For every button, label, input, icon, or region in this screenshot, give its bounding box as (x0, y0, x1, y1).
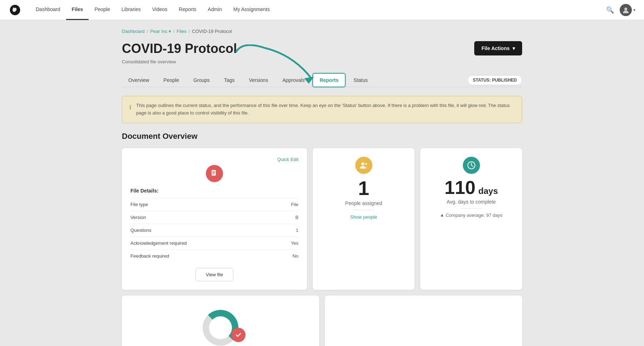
tabs-row: Overview People Groups Tags Versions App… (122, 73, 522, 87)
search-icon: 🔍 (606, 6, 614, 14)
nav-libraries[interactable]: Libraries (116, 0, 147, 20)
file-detail-type-label: File type (130, 202, 148, 207)
breadcrumb-sep-2: / (173, 29, 175, 34)
nav-reports[interactable]: Reports (173, 0, 202, 20)
days-label: Avg. days to complete (429, 199, 514, 205)
svg-point-10 (365, 163, 367, 165)
file-detail-questions-val: 1 (296, 228, 298, 233)
page-title-group: COVID-19 Protocol (122, 41, 237, 56)
file-detail-version-val: B (295, 215, 298, 220)
breadcrumb-sep-1: / (147, 29, 148, 34)
status-badge[interactable]: STATUS: PUBLISHED (467, 75, 522, 85)
completion-chart-card (122, 296, 319, 346)
quick-edit-link[interactable]: Quick Edit (277, 157, 298, 162)
people-icon (355, 157, 372, 174)
people-assigned-label: People assigned (321, 200, 406, 206)
file-icon-circle (206, 165, 223, 182)
nav-right: 🔍 ▾ (606, 4, 635, 16)
file-detail-version: Version B (130, 211, 298, 224)
avatar (620, 4, 632, 16)
people-assigned-card: 1 People assigned Show people (313, 148, 415, 290)
tab-overview[interactable]: Overview (122, 74, 155, 87)
card-divider (353, 210, 375, 210)
donut-chart (203, 310, 238, 346)
view-file-button[interactable]: View file (195, 268, 233, 281)
file-details-label: File Details: (130, 188, 298, 194)
breadcrumb-files[interactable]: Files (177, 29, 186, 34)
nav-dashboard[interactable]: Dashboard (30, 0, 66, 20)
tab-approvals[interactable]: Approvals (276, 74, 311, 87)
days-unit: days (479, 186, 498, 196)
file-detail-acknowledgement: Acknowledgement required Yes (130, 237, 298, 249)
top-navigation: Dashboard Files People Libraries Videos … (0, 0, 644, 20)
svg-rect-6 (212, 171, 215, 172)
tab-groups[interactable]: Groups (187, 74, 216, 87)
info-icon: i (129, 102, 131, 113)
search-button[interactable]: 🔍 (606, 6, 614, 14)
doc-overview-title: Document Overview (122, 132, 522, 141)
people-count: 1 (321, 178, 406, 198)
days-card: 110 days Avg. days to complete ▲ Company… (420, 148, 522, 290)
svg-point-9 (361, 162, 364, 165)
tab-status[interactable]: Status (347, 74, 374, 87)
file-detail-feedback: Feedback required No (130, 249, 298, 262)
breadcrumb-current: COVID-19 Protocol (192, 29, 232, 34)
up-triangle-icon: ▲ (440, 213, 444, 218)
breadcrumb-dashboard[interactable]: Dashboard (122, 29, 145, 34)
info-banner: i This page outlines the current status,… (122, 96, 522, 123)
company-avg: ▲ Company average: 97 days (429, 213, 514, 218)
svg-line-13 (471, 165, 473, 166)
file-detail-questions: Questions 1 (130, 224, 298, 237)
file-detail-ack-val: Yes (291, 240, 298, 246)
show-people-link[interactable]: Show people (350, 214, 377, 220)
info-banner-text: This page outlines the current status, a… (136, 102, 515, 117)
file-detail-type-val: File (291, 202, 298, 207)
file-actions-label: File Actions (481, 45, 510, 51)
svg-rect-7 (212, 172, 215, 173)
svg-point-3 (624, 8, 627, 10)
nav-people[interactable]: People (89, 0, 116, 20)
clock-icon (463, 157, 480, 174)
nav-files[interactable]: Files (66, 0, 89, 20)
nav-videos[interactable]: Videos (147, 0, 173, 20)
cards-row: Quick Edit File Details: File type File … (122, 148, 522, 290)
tab-versions[interactable]: Versions (242, 74, 274, 87)
placeholder-card-2 (325, 296, 522, 346)
nav-my-assignments[interactable]: My Assignments (228, 0, 276, 20)
breadcrumb-sep-3: / (189, 29, 190, 34)
nav-admin[interactable]: Admin (202, 0, 228, 20)
tab-people[interactable]: People (157, 74, 185, 87)
file-detail-feedback-label: Feedback required (130, 253, 169, 259)
file-detail-feedback-val: No (292, 253, 298, 259)
check-icon (231, 328, 246, 342)
file-details-card: Quick Edit File Details: File type File … (122, 148, 307, 290)
days-count: 110 (445, 178, 476, 197)
file-detail-version-label: Version (130, 215, 146, 220)
bottom-cards-row (122, 296, 522, 346)
svg-rect-8 (212, 174, 214, 174)
file-detail-type: File type File (130, 198, 298, 211)
nav-links: Dashboard Files People Libraries Videos … (30, 0, 606, 20)
tab-tags[interactable]: Tags (218, 74, 241, 87)
breadcrumb: Dashboard / Pear Inc ▾ / Files / COVID-1… (122, 29, 522, 34)
file-detail-ack-label: Acknowledgement required (130, 240, 187, 246)
file-detail-questions-label: Questions (130, 228, 152, 233)
chevron-down-icon: ▾ (633, 8, 635, 13)
tabs-right: STATUS: PUBLISHED (467, 77, 522, 83)
breadcrumb-company[interactable]: Pear Inc ▾ (150, 29, 171, 34)
app-logo[interactable] (9, 4, 21, 16)
page-subtitle: Consolidated file overview (122, 59, 522, 64)
page-content: Dashboard / Pear Inc ▾ / Files / COVID-1… (108, 20, 536, 346)
page-title: COVID-19 Protocol (122, 41, 237, 56)
tabs-area: Overview People Groups Tags Versions App… (122, 73, 522, 87)
page-header: COVID-19 Protocol File Actions ▾ (122, 41, 522, 56)
user-menu-button[interactable]: ▾ (620, 4, 635, 16)
chevron-down-icon: ▾ (169, 29, 171, 34)
tab-reports[interactable]: Reports (312, 73, 346, 87)
file-actions-button[interactable]: File Actions ▾ (474, 41, 522, 55)
card-divider-2 (461, 208, 482, 209)
chevron-down-icon: ▾ (512, 45, 515, 51)
